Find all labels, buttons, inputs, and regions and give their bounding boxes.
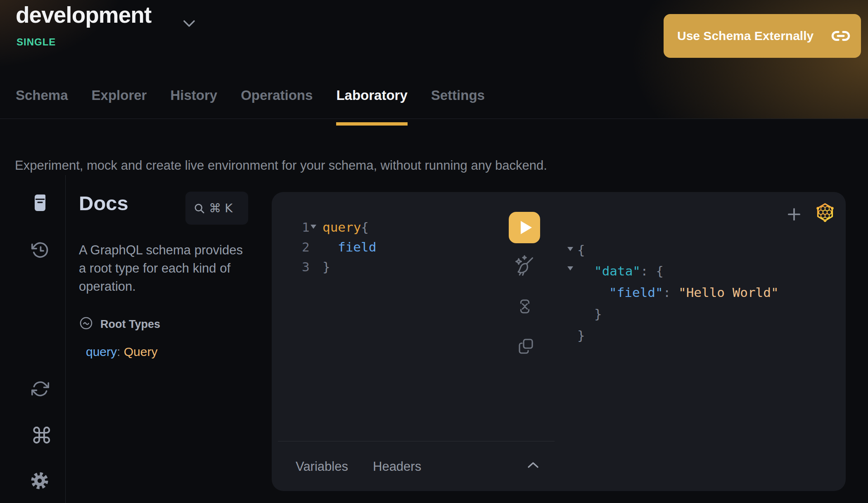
search-icon xyxy=(194,203,205,214)
use-schema-externally-button[interactable]: Use Schema Externally xyxy=(664,14,861,58)
sidebar-item-settings[interactable] xyxy=(30,471,50,492)
root-types-label: Root Types xyxy=(100,318,160,331)
tab-laboratory[interactable]: Laboratory xyxy=(336,81,407,125)
hive-logo-icon xyxy=(814,201,836,223)
response-line: "field": "Hello World" xyxy=(609,284,779,301)
docs-search-button[interactable]: ⌘ K xyxy=(185,192,248,225)
tab-operations[interactable]: Operations xyxy=(241,81,313,125)
sidebar-divider xyxy=(65,175,66,503)
merge-fragments-icon xyxy=(515,297,534,316)
copy-query-button[interactable] xyxy=(517,337,535,356)
copy-icon xyxy=(517,337,535,355)
plus-icon xyxy=(785,205,803,223)
editor-code-line[interactable]: query{ xyxy=(323,219,369,235)
root-type-separator: : xyxy=(117,345,124,358)
prettify-button[interactable] xyxy=(513,254,535,279)
merge-fragments-button[interactable] xyxy=(515,297,534,317)
execute-query-button[interactable] xyxy=(509,212,540,243)
sidebar-item-history[interactable] xyxy=(31,241,50,261)
search-shortcut-label: ⌘ K xyxy=(209,201,232,215)
response-line: } xyxy=(594,306,602,322)
response-line: } xyxy=(577,327,585,344)
docs-book-icon xyxy=(33,194,47,211)
reload-icon xyxy=(31,380,49,398)
sidebar-item-reload[interactable] xyxy=(31,380,49,399)
editor-line-number: 1 xyxy=(302,219,310,235)
laboratory-page: development SINGLE Use Schema Externally… xyxy=(0,0,868,503)
tab-explorer[interactable]: Explorer xyxy=(92,81,147,125)
fold-triangle-icon[interactable] xyxy=(567,247,573,251)
root-type-field-name[interactable]: query xyxy=(86,345,117,358)
tab-variables[interactable]: Variables xyxy=(296,459,348,474)
editor-code-line[interactable]: } xyxy=(323,259,330,275)
graphiql-panel: 1 query{ 2 field 3 } xyxy=(272,192,846,491)
target-name-title[interactable]: development xyxy=(16,2,151,28)
environment-badge: SINGLE xyxy=(17,36,56,48)
hive-logo-button[interactable] xyxy=(814,201,836,225)
editor-line-number: 3 xyxy=(302,259,310,275)
history-clock-icon xyxy=(31,241,50,260)
execute-play-icon xyxy=(521,221,532,234)
fold-triangle-icon[interactable] xyxy=(567,266,573,270)
command-shortcuts-icon: ⌘ xyxy=(31,423,53,448)
sidebar-item-shortcuts[interactable]: ⌘ xyxy=(31,425,53,447)
tab-history[interactable]: History xyxy=(170,81,217,125)
page-subtitle: Experiment, mock and create live environ… xyxy=(15,158,547,173)
add-tab-button[interactable] xyxy=(785,205,803,225)
chevron-down-icon[interactable] xyxy=(183,20,195,30)
fold-triangle-icon[interactable] xyxy=(311,225,316,229)
tab-bar: Schema Explorer History Operations Labor… xyxy=(0,81,868,119)
response-line: "data": { xyxy=(594,263,664,279)
editor-bottom-divider xyxy=(278,441,555,441)
collapse-chevron-icon xyxy=(526,461,540,469)
link-icon xyxy=(831,29,850,43)
prettify-broom-icon xyxy=(513,254,535,278)
settings-gear-icon xyxy=(30,471,50,491)
sidebar-item-docs[interactable] xyxy=(33,194,47,213)
docs-panel-title: Docs xyxy=(79,192,128,215)
use-schema-externally-label: Use Schema Externally xyxy=(677,29,813,43)
tab-settings[interactable]: Settings xyxy=(431,81,485,125)
editor-line-number: 2 xyxy=(302,239,310,255)
editor-code-line[interactable]: field xyxy=(338,239,376,255)
collapse-bottom-panel-button[interactable] xyxy=(526,461,540,470)
root-types-icon xyxy=(79,316,93,332)
tab-headers[interactable]: Headers xyxy=(373,459,421,474)
response-line: { xyxy=(577,242,585,258)
root-type-type-name[interactable]: Query xyxy=(124,345,158,358)
root-type-query-link[interactable]: query: Query xyxy=(86,345,157,359)
tab-schema[interactable]: Schema xyxy=(16,81,68,125)
docs-description: A GraphQL schema provides a root type fo… xyxy=(79,241,249,296)
